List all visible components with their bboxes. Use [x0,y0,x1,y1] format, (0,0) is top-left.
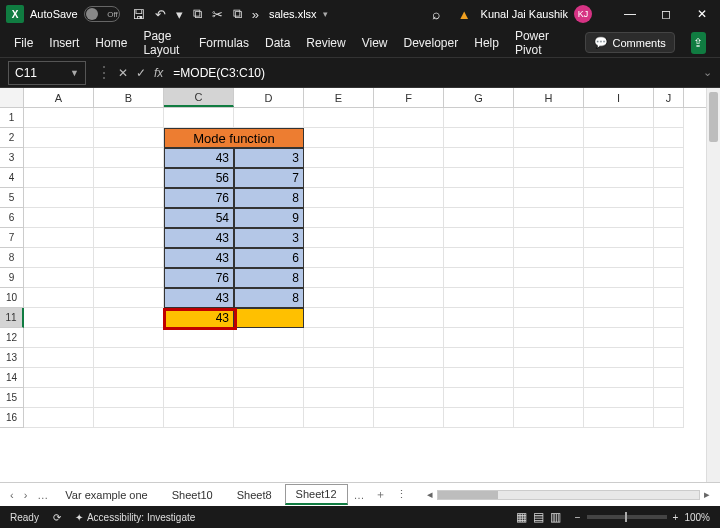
cell-H14[interactable] [514,368,584,388]
cell-B4[interactable] [94,168,164,188]
cell-A1[interactable] [24,108,94,128]
cell-E1[interactable] [304,108,374,128]
cell-B6[interactable] [94,208,164,228]
cell-D13[interactable] [234,348,304,368]
cell-A3[interactable] [24,148,94,168]
cell-A12[interactable] [24,328,94,348]
tab-help[interactable]: Help [474,36,499,50]
avatar[interactable]: KJ [574,5,592,23]
save-icon[interactable]: 🖫 [132,7,145,22]
hscroll-left[interactable]: ◂ [423,488,437,501]
cell-H15[interactable] [514,388,584,408]
cell-G6[interactable] [444,208,514,228]
cell-E15[interactable] [304,388,374,408]
cell-H12[interactable] [514,328,584,348]
cell-F13[interactable] [374,348,444,368]
col-D[interactable]: D [234,88,304,107]
cell-F10[interactable] [374,288,444,308]
cell-F9[interactable] [374,268,444,288]
row-header-1[interactable]: 1 [0,108,24,128]
cell-E11[interactable] [304,308,374,328]
cell-B5[interactable] [94,188,164,208]
cell-A4[interactable] [24,168,94,188]
cell-F3[interactable] [374,148,444,168]
cell-I7[interactable] [584,228,654,248]
cell-B16[interactable] [94,408,164,428]
col-I[interactable]: I [584,88,654,107]
cell-C7[interactable]: 43 [164,228,234,248]
cell-J2[interactable] [654,128,684,148]
cell-C15[interactable] [164,388,234,408]
tab-file[interactable]: File [14,36,33,50]
sheet-tab-sheet10[interactable]: Sheet10 [161,485,224,505]
row-header-5[interactable]: 5 [0,188,24,208]
cell-J5[interactable] [654,188,684,208]
cell-G1[interactable] [444,108,514,128]
cell-G3[interactable] [444,148,514,168]
cell-B12[interactable] [94,328,164,348]
filename-dropdown-icon[interactable]: ▾ [323,9,328,19]
cell-E2[interactable] [304,128,374,148]
cell-F7[interactable] [374,228,444,248]
cell-J7[interactable] [654,228,684,248]
cell-D16[interactable] [234,408,304,428]
cell-E10[interactable] [304,288,374,308]
cell-E16[interactable] [304,408,374,428]
warning-icon[interactable]: ▲ [458,7,471,22]
cell-D6[interactable]: 9 [234,208,304,228]
cell-G7[interactable] [444,228,514,248]
sheet-tab-sheet12[interactable]: Sheet12 [285,484,348,505]
cell-J12[interactable] [654,328,684,348]
cell-C14[interactable] [164,368,234,388]
select-all-corner[interactable] [0,88,24,107]
sheet-nav-next[interactable]: › [20,489,32,501]
cell-H5[interactable] [514,188,584,208]
cell-D14[interactable] [234,368,304,388]
cell-C16[interactable] [164,408,234,428]
cell-A2[interactable] [24,128,94,148]
cell-A16[interactable] [24,408,94,428]
undo-icon[interactable]: ↶ [155,7,166,22]
cell-A5[interactable] [24,188,94,208]
cell-B7[interactable] [94,228,164,248]
cell-C3[interactable]: 43 [164,148,234,168]
col-A[interactable]: A [24,88,94,107]
autosave-toggle[interactable]: Off [84,6,120,22]
cell-J3[interactable] [654,148,684,168]
cell-J8[interactable] [654,248,684,268]
row-header-3[interactable]: 3 [0,148,24,168]
cell-D15[interactable] [234,388,304,408]
accept-formula-icon[interactable]: ✓ [136,66,146,80]
vertical-scrollbar[interactable] [706,88,720,482]
col-F[interactable]: F [374,88,444,107]
cell-H16[interactable] [514,408,584,428]
cell-E13[interactable] [304,348,374,368]
cell-H1[interactable] [514,108,584,128]
cell-B11[interactable] [94,308,164,328]
formula-input[interactable]: =MODE(C3:C10) [173,66,265,80]
cell-B14[interactable] [94,368,164,388]
cell-A15[interactable] [24,388,94,408]
zoom-in-button[interactable]: + [673,512,679,523]
cell-F16[interactable] [374,408,444,428]
cell-J13[interactable] [654,348,684,368]
zoom-slider[interactable] [587,515,667,519]
cell-H8[interactable] [514,248,584,268]
row-header-2[interactable]: 2 [0,128,24,148]
cell-I2[interactable] [584,128,654,148]
cell-D7[interactable]: 3 [234,228,304,248]
cell-C12[interactable] [164,328,234,348]
qat-icon-1[interactable]: ⧉ [193,6,202,22]
cell-D12[interactable] [234,328,304,348]
cell-J16[interactable] [654,408,684,428]
tab-view[interactable]: View [362,36,388,50]
cell-J1[interactable] [654,108,684,128]
cell-H4[interactable] [514,168,584,188]
cell-B3[interactable] [94,148,164,168]
row-header-8[interactable]: 8 [0,248,24,268]
cell-H9[interactable] [514,268,584,288]
search-icon[interactable]: ⌕ [432,6,440,22]
row-header-16[interactable]: 16 [0,408,24,428]
view-page-break-icon[interactable]: ▥ [550,510,561,524]
cell-I16[interactable] [584,408,654,428]
